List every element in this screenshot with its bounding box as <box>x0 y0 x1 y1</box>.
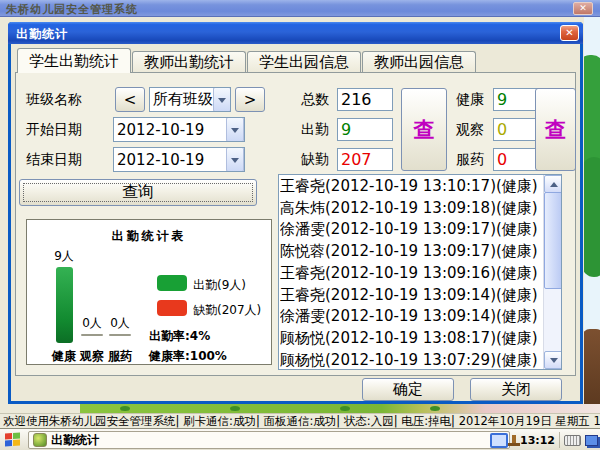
tab-teacher-exit-info[interactable]: 教师出园信息 <box>362 51 476 73</box>
chart-bar-col-medicine: 0人 <box>105 315 135 336</box>
main-window-title: 朱桥幼儿园安全管理系统 <box>6 2 138 17</box>
taskbar-item-label: 出勤统计 <box>51 432 99 449</box>
present-label: 出勤 <box>301 121 329 139</box>
status-text: 欢迎使用朱桥幼儿园安全管理系统| 刷卡通信:成功| 面板通信:成功| 状态:入园… <box>0 414 600 429</box>
chart-bar-col-healthy: 9人 <box>49 248 79 343</box>
legend-swatch-absent <box>157 300 187 316</box>
class-select[interactable]: 所有班级 <box>149 87 231 112</box>
list-item[interactable]: 王睿尧(2012-10-19 13:10:17)(健康) <box>280 176 543 198</box>
chevron-down-icon[interactable] <box>213 87 231 112</box>
flag-yellow <box>13 440 20 446</box>
tab-student-exit-info[interactable]: 学生出园信息 <box>247 51 361 73</box>
attendance-chart: 出勤统计表 9人 0人 0人 健康 观察 服药 出勤(9人) 缺勤(207人) … <box>26 219 272 365</box>
start-date-value: 2012-10-19 <box>117 121 204 139</box>
tab-bar: 学生出勤统计 教师出勤统计 学生出园信息 教师出园信息 <box>17 49 477 73</box>
tab-student-attendance[interactable]: 学生出勤统计 <box>17 48 131 73</box>
taskbar-item-attendance[interactable]: 出勤统计 <box>28 431 510 449</box>
health-rate-text: 健康率:100% <box>149 348 227 365</box>
flag-green <box>13 433 20 439</box>
desktop-wallpaper-right <box>584 17 600 404</box>
chart-bar-col-observe: 0人 <box>77 315 107 336</box>
class-select-value: 所有班级 <box>153 90 213 109</box>
keyboard-tray-icon[interactable] <box>564 435 581 446</box>
total-value-field[interactable]: 216 <box>337 88 393 111</box>
windows-layers-icon[interactable] <box>585 435 598 446</box>
ok-button[interactable]: 确定 <box>362 378 454 401</box>
list-item[interactable]: 陈悦蓉(2012-10-19 13:09:17)(健康) <box>280 241 543 263</box>
flag-red <box>5 433 12 439</box>
chevron-down-icon[interactable] <box>226 117 244 142</box>
list-scrollbar[interactable] <box>543 175 561 369</box>
app-icon <box>33 433 47 447</box>
scroll-up-icon[interactable] <box>544 175 562 193</box>
taskbar: 出勤统计 13:12 <box>0 428 600 450</box>
bar-value-label: 9人 <box>49 248 79 265</box>
list-item[interactable]: 高朱炜(2012-10-19 13:09:18)(健康) <box>280 198 543 220</box>
network-tray-icon[interactable] <box>490 433 508 448</box>
attendance-dialog: 出勤统计 ✕ 学生出勤统计 教师出勤统计 学生出园信息 教师出园信息 班级名称 … <box>8 22 583 404</box>
tab-content-panel: 班级名称 < 所有班级 > 开始日期 2012-10-19 结束日期 2012-… <box>15 72 576 376</box>
attendance-records-list[interactable]: 王睿尧(2012-10-19 13:10:17)(健康) 高朱炜(2012-10… <box>278 174 562 370</box>
wallpaper-blob <box>430 406 440 411</box>
scroll-down-icon[interactable] <box>544 351 562 369</box>
absent-value-field[interactable]: 207 <box>337 148 393 171</box>
x-tick-observe: 观察 <box>77 348 107 365</box>
next-class-button[interactable]: > <box>235 87 265 112</box>
attendance-rate-text: 出勤率:4% <box>149 328 210 345</box>
bar-medicine <box>109 334 131 336</box>
focus-rect <box>23 183 253 202</box>
main-window-titlebar: 朱桥幼儿园安全管理系统 ✕ <box>0 0 600 17</box>
main-close-icon[interactable]: ✕ <box>573 2 593 15</box>
status-bar: 欢迎使用朱桥幼儿园安全管理系统| 刷卡通信:成功| 面板通信:成功| 状态:入园… <box>0 413 600 428</box>
medicine-label: 服药 <box>456 151 484 169</box>
list-item[interactable]: 王睿尧(2012-10-19 13:09:16)(健康) <box>280 263 543 285</box>
absent-label: 缺勤 <box>301 151 329 169</box>
device-tray-icon[interactable] <box>512 435 516 446</box>
wallpaper-tree-shape <box>584 157 600 277</box>
list-item[interactable]: 徐潘雯(2012-10-19 13:09:17)(健康) <box>280 219 543 241</box>
wallpaper-blob <box>230 406 240 411</box>
tab-teacher-attendance[interactable]: 教师出勤统计 <box>132 51 246 73</box>
list-item[interactable]: 徐潘雯(2012-10-19 13:09:14)(健康) <box>280 306 543 328</box>
list-rows: 王睿尧(2012-10-19 13:10:17)(健康) 高朱炜(2012-10… <box>280 176 543 368</box>
desktop-wallpaper-bottom <box>80 404 600 413</box>
start-date-label: 开始日期 <box>26 121 82 139</box>
bar-value-label: 0人 <box>105 315 135 332</box>
tray-separator <box>559 432 560 448</box>
legend-label-absent: 缺勤(207人) <box>193 302 261 319</box>
list-item[interactable]: 顾杨悦(2012-10-19 13:07:29)(健康) <box>280 350 543 368</box>
bar-healthy <box>56 267 73 343</box>
present-value-field[interactable]: 9 <box>337 118 393 141</box>
dialog-titlebar[interactable]: 出勤统计 ✕ <box>8 22 583 44</box>
total-label: 总数 <box>301 91 329 109</box>
prev-class-button[interactable]: < <box>115 87 145 112</box>
check-health-button[interactable]: 查 <box>535 88 576 171</box>
end-date-label: 结束日期 <box>26 151 82 169</box>
close-button[interactable]: 关闭 <box>470 378 562 401</box>
x-tick-healthy: 健康 <box>49 348 79 365</box>
class-name-label: 班级名称 <box>26 91 82 109</box>
end-date-value: 2012-10-19 <box>117 151 204 169</box>
legend-swatch-present <box>157 275 187 291</box>
system-tray: 13:12 <box>490 431 598 449</box>
bar-observe <box>81 334 103 336</box>
check-attendance-button[interactable]: 查 <box>401 88 447 171</box>
chevron-down-icon[interactable] <box>226 147 244 172</box>
chart-title: 出勤统计表 <box>27 228 271 245</box>
bar-value-label: 0人 <box>77 315 107 332</box>
dialog-close-icon[interactable]: ✕ <box>560 25 579 41</box>
query-button[interactable]: 查询 <box>19 179 257 206</box>
list-item[interactable]: 王睿尧(2012-10-19 13:09:14)(健康) <box>280 285 543 307</box>
start-button-icon[interactable] <box>5 432 21 447</box>
dialog-title: 出勤统计 <box>16 26 68 43</box>
observe-label: 观察 <box>456 121 484 139</box>
wallpaper-blob <box>340 406 350 411</box>
list-item[interactable]: 顾杨悦(2012-10-19 13:08:17)(健康) <box>280 328 543 350</box>
start-date-select[interactable]: 2012-10-19 <box>113 117 245 142</box>
scrollbar-thumb[interactable] <box>544 192 562 289</box>
end-date-select[interactable]: 2012-10-19 <box>113 147 245 172</box>
flag-blue <box>5 440 12 446</box>
wallpaper-blob <box>120 406 130 411</box>
legend-label-present: 出勤(9人) <box>193 277 246 294</box>
tray-clock[interactable]: 13:12 <box>520 434 555 447</box>
